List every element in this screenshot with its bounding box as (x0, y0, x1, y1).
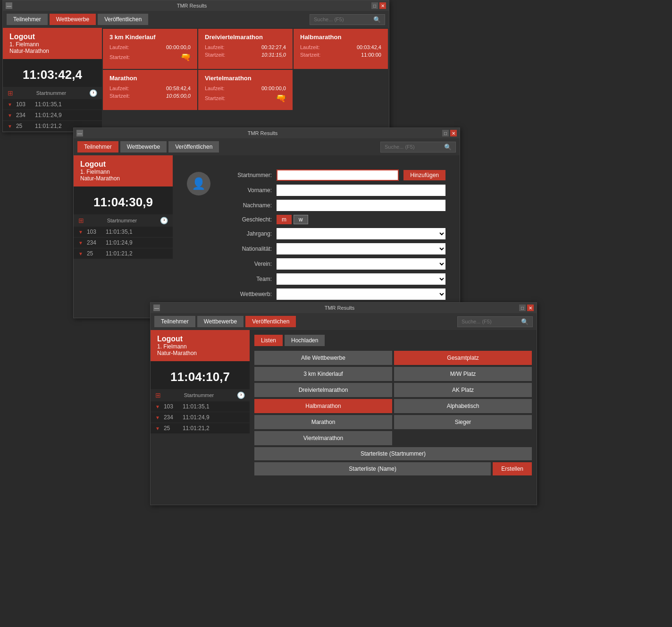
close-btn-1[interactable]: ✕ (379, 2, 386, 9)
nav-teilnehmer-1[interactable]: Teilnehmer (7, 14, 48, 25)
form-row-geschlecht: Geschlecht: m w (225, 215, 445, 224)
logout-area-3[interactable]: Logout 1. Fielmann Natur-Marathon (151, 330, 250, 361)
list-row[interactable]: ▼ 103 11:01:35,1 (74, 227, 173, 237)
btn-starterliste-startnummer[interactable]: Starterliste (Startnummer) (254, 447, 532, 460)
form-row-startnummer: Startnummer: Hinzufügen (225, 169, 445, 181)
title-bar-2: — TMR Results □ ✕ (74, 128, 460, 138)
publish-area-3: Listen Hochladen Alle Wettbewerbe 3 km K… (250, 330, 537, 505)
sub-nav-hochladen[interactable]: Hochladen (285, 335, 325, 346)
nachname-input[interactable] (277, 200, 445, 211)
list-header-label-2: Startnummer (88, 218, 156, 223)
gender-w-btn[interactable]: w (294, 215, 308, 224)
team-select[interactable] (277, 273, 445, 285)
search-input-1[interactable] (314, 17, 370, 22)
btn-ak-platz[interactable]: AK Platz (394, 383, 532, 397)
list-row[interactable]: ▼ 103 11:01:35,1 (3, 99, 102, 110)
close-btn-3[interactable]: ✕ (527, 305, 534, 311)
minimize-btn-1[interactable]: — (6, 2, 12, 9)
nav-wettbewerbe-1[interactable]: Wettbewerbe (50, 14, 96, 25)
btn-erstellen[interactable]: Erstellen (493, 462, 532, 475)
btn-alle-wettbewerbe[interactable]: Alle Wettbewerbe (254, 351, 392, 365)
form-fields-2: Startnummer: Hinzufügen Vorname: Nachnam… (225, 169, 445, 304)
avatar-area-2: 👤 (187, 169, 215, 304)
nav-veroeffentlichen-2[interactable]: Veröffentlichen (168, 141, 219, 153)
nationalitaet-select[interactable] (277, 243, 445, 254)
left-panel-1: Logout 1. Fielmann Natur-Marathon 11:03:… (3, 28, 102, 132)
logout-area-1[interactable]: Logout 1. Fielmann Natur-Marathon (3, 28, 102, 59)
nav-teilnehmer-3[interactable]: Teilnehmer (154, 316, 195, 327)
clock-1: 11:03:42,4 (3, 59, 102, 87)
search-box-1: 🔍 (310, 14, 385, 25)
clock-2: 11:04:30,9 (74, 186, 173, 214)
list-rows-1: ▼ 103 11:01:35,1 ▼ 234 11:01:24,9 ▼ 25 1… (3, 99, 102, 132)
btn-marathon[interactable]: Marathon (254, 415, 392, 429)
square-btn-2[interactable]: □ (442, 130, 449, 136)
nav-veroeffentlichen-3[interactable]: Veröffentlichen (245, 316, 296, 327)
btn-starterliste-name[interactable]: Starterliste (Name) (254, 462, 491, 475)
close-btn-2[interactable]: ✕ (450, 130, 457, 136)
avatar-icon-2: 👤 (187, 172, 210, 195)
btn-dreiviertel[interactable]: Dreiviertelmarathon (254, 383, 392, 397)
publish-right-col: Gesamtplatz M/W Platz AK Platz Alphabeti… (394, 351, 532, 445)
window-1: — TMR Results □ ✕ Teilnehmer Wettbewerbe… (2, 0, 389, 132)
square-btn-1[interactable]: □ (371, 2, 378, 9)
logout-area-2[interactable]: Logout 1. Fielmann Natur-Marathon (74, 155, 173, 186)
search-box-2: 🔍 (380, 142, 456, 153)
title-bar-1: — TMR Results □ ✕ (3, 0, 389, 11)
list-row[interactable]: ▼ 234 11:01:24,9 (74, 237, 173, 248)
list-row[interactable]: ▼ 234 11:01:24,9 (151, 412, 250, 423)
form-row-team: Team: (225, 273, 445, 285)
btn-mw-platz[interactable]: M/W Platz (394, 367, 532, 381)
card-halbmarathon[interactable]: Halbmarathon Laufzeit: 00:03:42,4 Startz… (294, 29, 388, 69)
form-row-jahrgang: Jahrgang: (225, 228, 445, 239)
list-row[interactable]: ▼ 25 11:01:21,2 (74, 248, 173, 259)
vorname-input[interactable] (277, 185, 445, 196)
list-row[interactable]: ▼ 25 11:01:21,2 (151, 423, 250, 434)
nav-veroeffentlichen-1[interactable]: Veröffentlichen (98, 14, 148, 25)
btn-gesamtplatz[interactable]: Gesamtplatz (394, 351, 532, 365)
cards-grid-1: 3 km Kinderlauf Laufzeit: 00:00:00,0 Sta… (103, 29, 388, 110)
logout-text-2: Logout (80, 160, 166, 169)
btn-viertelmarathon[interactable]: Viertelmarathon (254, 431, 392, 445)
list-row[interactable]: ▼ 234 11:01:24,9 (3, 110, 102, 121)
sub-nav-listen[interactable]: Listen (254, 335, 283, 346)
btn-sieger[interactable]: Sieger (394, 415, 532, 429)
card-marathon[interactable]: Marathon Laufzeit: 00:58:42,4 Startzeit:… (103, 70, 197, 110)
event-name-3: 1. Fielmann Natur-Marathon (157, 343, 243, 356)
search-icon-3: 🔍 (521, 318, 529, 325)
gender-m-btn[interactable]: m (277, 215, 292, 224)
gun-icon-0: 🔫 (180, 52, 191, 62)
logout-text-3: Logout (157, 335, 243, 343)
square-btn-3[interactable]: □ (519, 305, 526, 311)
search-input-2[interactable] (385, 144, 441, 150)
window-title-2: TMR Results (248, 130, 278, 136)
verein-select[interactable] (277, 258, 445, 270)
left-panel-3: Logout 1. Fielmann Natur-Marathon 11:04:… (151, 330, 250, 434)
card-kinderlauf[interactable]: 3 km Kinderlauf Laufzeit: 00:00:00,0 Sta… (103, 29, 197, 69)
search-box-3: 🔍 (457, 316, 533, 327)
btn-alphabetisch[interactable]: Alphabetisch (394, 399, 532, 413)
nav-wettbewerbe-3[interactable]: Wettbewerbe (197, 316, 244, 327)
card-dreiviertel[interactable]: Dreiviertelmarathon Laufzeit: 00:32:27,4… (198, 29, 293, 69)
nav-wettbewerbe-2[interactable]: Wettbewerbe (120, 141, 167, 153)
list-row[interactable]: ▼ 103 11:01:35,1 (151, 401, 250, 412)
minimize-btn-2[interactable]: — (76, 130, 83, 136)
minimize-btn-3[interactable]: — (153, 305, 160, 311)
btn-kinderlauf[interactable]: 3 km Kinderlauf (254, 367, 392, 381)
form-row-nationalitaet: Nationalität: (225, 243, 445, 254)
startnummer-input[interactable] (277, 169, 399, 181)
card-viertel[interactable]: Viertelmarathon Laufzeit: 00:00:00,0 Sta… (198, 70, 293, 110)
window-title-1: TMR Results (177, 3, 207, 8)
clock-3: 11:04:10,7 (151, 361, 250, 389)
btn-halbmarathon[interactable]: Halbmarathon (254, 399, 392, 413)
add-button[interactable]: Hinzufügen (403, 170, 445, 180)
list-rows-3: ▼ 103 11:01:35,1 ▼ 234 11:01:24,9 ▼ 25 1… (151, 401, 250, 434)
left-panel-2: Logout 1. Fielmann Natur-Marathon 11:04:… (74, 155, 173, 259)
nav-teilnehmer-2[interactable]: Teilnehmer (77, 141, 118, 153)
search-input-3[interactable] (462, 319, 518, 324)
form-row-verein: Verein: (225, 258, 445, 270)
title-bar-3: — TMR Results □ ✕ (151, 303, 537, 313)
gun-icon-4: 🔫 (276, 93, 286, 103)
jahrgang-select[interactable] (277, 228, 445, 239)
wettbewerb-select[interactable] (277, 288, 445, 300)
